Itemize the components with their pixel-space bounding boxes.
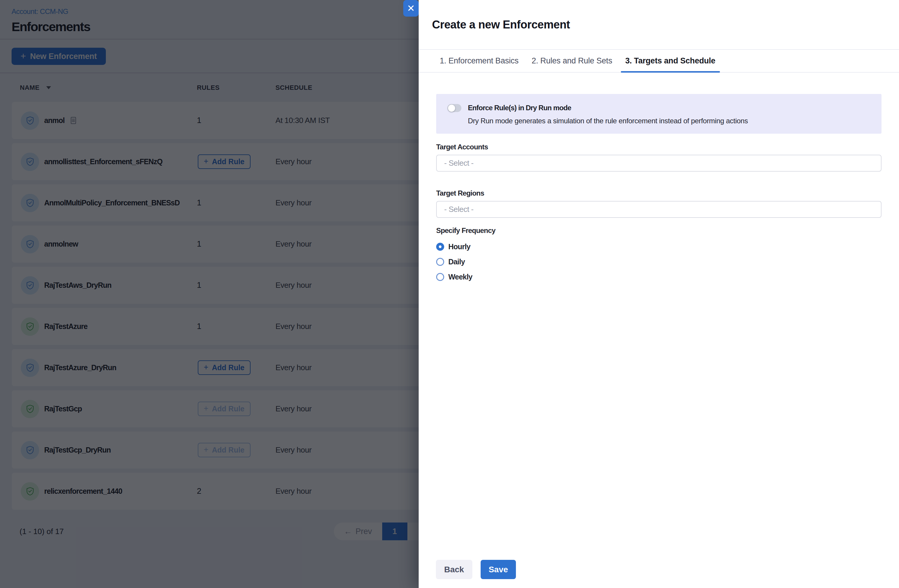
create-enforcement-drawer: ✕ Create a new Enforcement 1. Enforcemen… xyxy=(419,0,899,588)
drawer-tabs: 1. Enforcement Basics2. Rules and Rule S… xyxy=(419,49,899,73)
radio-selected-icon[interactable] xyxy=(436,243,444,251)
tab-targets-and-schedule[interactable]: 3. Targets and Schedule xyxy=(621,50,720,72)
target-regions-label: Target Regions xyxy=(436,189,882,197)
specify-frequency-label: Specify Frequency xyxy=(436,227,882,235)
dry-run-banner: Enforce Rule(s) in Dry Run mode Dry Run … xyxy=(436,94,882,134)
target-accounts-field: Target Accounts - Select - xyxy=(436,143,882,171)
drawer-footer: Back Save xyxy=(436,560,516,579)
radio-unselected-icon[interactable] xyxy=(436,258,444,266)
frequency-option-label: Daily xyxy=(448,258,465,266)
target-accounts-placeholder: - Select - xyxy=(444,159,474,168)
target-accounts-label: Target Accounts xyxy=(436,143,882,151)
close-icon[interactable]: ✕ xyxy=(403,0,419,17)
frequency-option-label: Weekly xyxy=(448,273,472,281)
radio-unselected-icon[interactable] xyxy=(436,273,444,281)
tab-rules-and-rule-sets[interactable]: 2. Rules and Rule Sets xyxy=(527,50,617,72)
frequency-option-weekly[interactable]: Weekly xyxy=(436,273,882,281)
dry-run-description: Dry Run mode generates a simulation of t… xyxy=(468,116,748,125)
frequency-option-label: Hourly xyxy=(448,242,470,251)
drawer-title: Create a new Enforcement xyxy=(419,0,899,49)
target-accounts-select[interactable]: - Select - xyxy=(436,155,882,171)
frequency-radio-group: Hourly Daily Weekly xyxy=(436,242,882,281)
save-button[interactable]: Save xyxy=(480,560,516,579)
frequency-option-daily[interactable]: Daily xyxy=(436,258,882,266)
frequency-option-hourly[interactable]: Hourly xyxy=(436,242,882,251)
target-regions-placeholder: - Select - xyxy=(444,205,474,214)
toggle-knob xyxy=(448,105,455,112)
dry-run-title: Enforce Rule(s) in Dry Run mode xyxy=(468,103,748,112)
target-regions-field: Target Regions - Select - xyxy=(436,189,882,218)
back-button[interactable]: Back xyxy=(436,560,472,579)
dry-run-toggle[interactable] xyxy=(448,104,461,112)
dry-run-text: Enforce Rule(s) in Dry Run mode Dry Run … xyxy=(468,103,748,125)
drawer-body: Enforce Rule(s) in Dry Run mode Dry Run … xyxy=(419,94,899,281)
target-regions-select[interactable]: - Select - xyxy=(436,201,882,218)
tab-enforcement-basics[interactable]: 1. Enforcement Basics xyxy=(435,50,523,72)
